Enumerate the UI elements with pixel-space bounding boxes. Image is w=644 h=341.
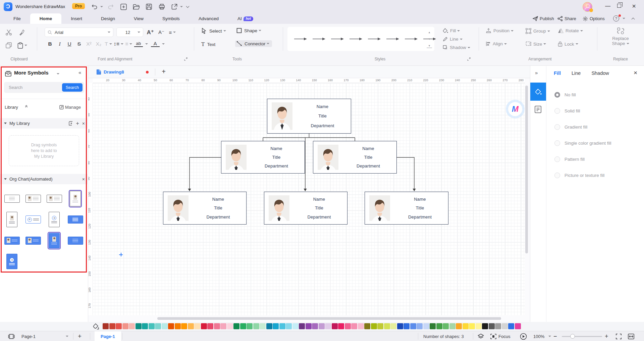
color-swatch[interactable] [364,323,370,329]
color-swatch[interactable] [162,323,168,329]
underline-button[interactable]: U [65,41,74,47]
color-swatch[interactable] [116,323,122,329]
fit-width-button[interactable] [628,331,634,341]
page-tab[interactable]: Page-1 [95,331,121,341]
color-swatch[interactable] [260,323,266,329]
color-swatch[interactable] [443,323,449,329]
menu-tab-symbols[interactable]: Symbols [153,13,189,24]
org-chart-symbol-thumb[interactable] [65,188,86,209]
page-selector[interactable]: Page-1 [21,331,36,341]
close-org-library-icon[interactable]: × [82,177,85,182]
color-swatch[interactable] [456,323,462,329]
shape-tool-button[interactable]: Shape [236,28,261,33]
help-dropdown-caret[interactable] [623,18,625,19]
color-swatch[interactable] [397,323,403,329]
format-tab-fill[interactable]: Fill [554,70,561,76]
color-swatch[interactable] [279,323,285,329]
org-node-mid-right[interactable]: NameTitleDepartment [313,141,397,174]
menu-tab-ai[interactable]: AIhot [228,13,263,24]
symbol-search-input[interactable] [4,82,61,93]
connector-style-arrow[interactable] [294,37,307,42]
color-swatch[interactable] [312,323,318,329]
save-button[interactable] [145,3,153,11]
fill-menu-button[interactable]: Fill [443,28,460,33]
color-swatch[interactable] [194,323,200,329]
manage-libraries-button[interactable]: Manage [59,105,81,110]
replace-shape-button[interactable]: Replace Shape [604,27,637,46]
color-swatch[interactable] [306,323,312,329]
color-swatch[interactable] [436,323,442,329]
color-swatch[interactable] [377,323,383,329]
bold-button[interactable]: B [46,41,54,47]
color-swatch[interactable] [404,323,410,329]
styles-more-icon[interactable]: ▼ [427,45,432,48]
fullscreen-button[interactable] [616,331,622,341]
subscript-button[interactable]: X₂ [94,41,103,47]
color-swatch[interactable] [430,323,436,329]
bullet-list-button[interactable]: ≡ [124,41,133,47]
increase-font-button[interactable]: A⁺ [146,28,154,37]
connector-styles-gallery[interactable] [287,27,434,51]
zoom-in-button[interactable]: + [605,331,608,341]
format-tab-shadow[interactable]: Shadow [591,70,609,76]
shadow-menu-button[interactable]: Shadow [443,45,470,50]
color-swatch[interactable] [358,323,364,329]
fill-option-gradient-fill[interactable]: Gradient fill [554,124,587,130]
close-button[interactable]: × [629,2,639,11]
font-color-button[interactable]: A [151,41,160,47]
color-swatch[interactable] [319,323,325,329]
open-file-button[interactable] [132,3,140,11]
copy-button[interactable] [5,41,13,50]
org-chart-symbol-thumb[interactable] [1,188,22,209]
collapse-all-icon[interactable] [25,105,27,108]
color-swatch[interactable] [136,323,142,329]
color-swatch[interactable] [122,323,128,329]
color-swatch[interactable] [142,323,148,329]
color-swatch[interactable] [240,323,246,329]
close-panel-icon[interactable]: × [634,69,637,77]
connector-style-arrow[interactable] [368,37,381,42]
v-scrollbar-thumb[interactable] [525,86,528,253]
org-chart-symbol-thumb[interactable] [22,209,44,230]
document-tab[interactable]: Drawing8 [96,66,149,78]
color-swatch[interactable] [188,323,194,329]
new-document-button[interactable] [119,3,127,11]
fill-option-no-fill[interactable]: No fill [554,92,576,98]
line-menu-button[interactable]: Line [443,37,463,42]
format-painter-button[interactable] [17,28,25,37]
add-library-icon[interactable]: + [76,121,79,126]
print-button[interactable] [158,3,166,11]
color-swatch[interactable] [233,323,239,329]
decrease-font-button[interactable]: A⁻ [157,28,165,37]
color-swatch[interactable] [207,323,213,329]
italic-button[interactable]: I [55,41,64,47]
org-node-bottom-mid[interactable]: NameTitleDepartment [264,192,347,225]
org-chart-symbol-thumb[interactable] [44,209,65,230]
color-swatch[interactable] [201,323,207,329]
zoom-slider-track[interactable] [562,336,602,337]
align-button[interactable]: Align [486,41,507,46]
options-button[interactable]: Options [583,13,605,24]
styles-dialog-expand-icon[interactable] [467,57,471,61]
org-node-bottom-left[interactable]: NameTitleDepartment [163,192,247,225]
color-swatch[interactable] [214,323,220,329]
cut-button[interactable] [5,28,13,37]
color-swatch[interactable] [109,323,115,329]
collapse-panel-icon[interactable]: « [78,69,81,75]
group-button[interactable]: Group [526,28,550,34]
import-symbols-icon[interactable] [68,121,73,126]
expand-panel-icon[interactable]: » [535,70,537,76]
fill-option-picture-or-texture-fill[interactable]: Picture or texture fill [554,173,604,178]
text-tool-button[interactable]: T Text [201,41,215,48]
font-family-select[interactable]: Arial [45,28,113,37]
help-button[interactable]: ? [613,15,619,21]
color-swatch[interactable] [299,323,305,329]
symbols-panel-caret[interactable] [57,73,59,75]
color-swatch[interactable] [423,323,429,329]
color-swatch[interactable] [273,323,279,329]
org-chart-section-header[interactable]: Org Chart(Automated) × [0,174,88,184]
color-swatch[interactable] [129,323,135,329]
superscript-button[interactable]: X² [85,41,93,47]
lock-button[interactable]: Lock [558,41,578,47]
palette-fill-icon[interactable] [93,323,99,330]
